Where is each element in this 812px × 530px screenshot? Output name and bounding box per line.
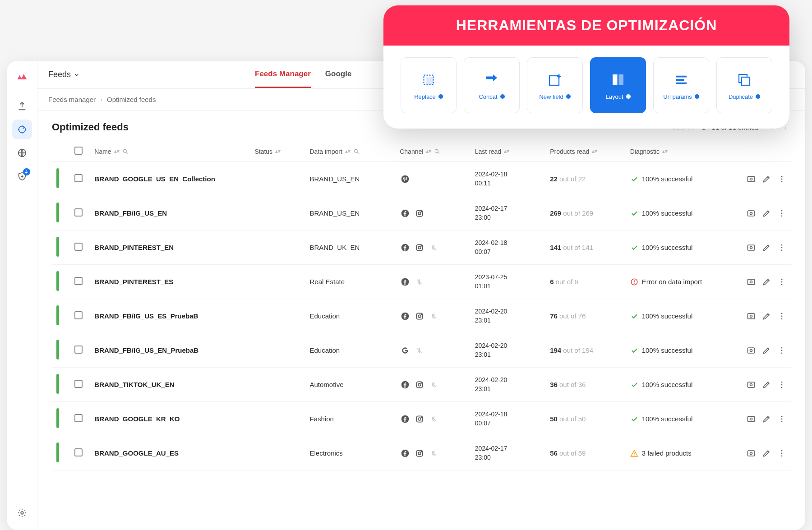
table-row: BRAND_PINTEREST_ENBRAND_UK_EN2024-02-180… bbox=[52, 230, 791, 265]
row-checkbox[interactable] bbox=[74, 277, 83, 285]
nav-upload[interactable] bbox=[12, 96, 32, 116]
success-icon bbox=[630, 312, 638, 320]
edit-icon[interactable] bbox=[762, 312, 771, 321]
chevron-right-icon: › bbox=[100, 96, 102, 103]
sort-icon[interactable]: ▴▾ bbox=[345, 150, 351, 152]
feeds-table: Name▴▾ Status▴▾ Data import▴▾ Channel▴▾ … bbox=[52, 141, 791, 470]
preview-icon[interactable] bbox=[747, 346, 756, 355]
row-actions bbox=[735, 415, 786, 424]
nav-globe[interactable] bbox=[12, 143, 32, 163]
table-row: BRAND_TIKTOK_UK_ENAutomotive2024-02-2023… bbox=[52, 368, 791, 402]
svg-rect-41 bbox=[748, 313, 755, 319]
row-checkbox[interactable] bbox=[74, 380, 83, 388]
svg-point-4 bbox=[354, 149, 357, 152]
diagnostic-value: 100% successful bbox=[630, 381, 726, 389]
preview-icon[interactable] bbox=[747, 415, 756, 424]
nav-target[interactable] bbox=[12, 120, 32, 139]
more-icon[interactable] bbox=[777, 277, 786, 286]
svg-point-68 bbox=[781, 421, 783, 422]
diagnostic-value: 3 failed products bbox=[630, 449, 726, 457]
row-checkbox[interactable] bbox=[74, 414, 83, 422]
sort-icon[interactable]: ▴▾ bbox=[426, 150, 431, 152]
row-checkbox[interactable] bbox=[74, 311, 83, 319]
success-icon bbox=[630, 346, 638, 355]
success-icon bbox=[630, 175, 638, 183]
edit-icon[interactable] bbox=[762, 346, 771, 355]
facebook-icon bbox=[400, 242, 411, 253]
instagram-icon bbox=[414, 379, 425, 390]
svg-point-17 bbox=[750, 212, 752, 214]
tool-concat[interactable]: Concat bbox=[464, 57, 520, 113]
row-actions bbox=[735, 380, 786, 389]
svg-point-40 bbox=[421, 314, 422, 315]
nav-shield[interactable]: 4 bbox=[12, 166, 32, 186]
preview-icon[interactable] bbox=[747, 312, 756, 321]
svg-point-54 bbox=[421, 383, 422, 383]
search-icon[interactable] bbox=[434, 148, 440, 155]
more-icon[interactable] bbox=[777, 346, 786, 355]
tool-urlparams[interactable]: Url params bbox=[653, 57, 709, 113]
svg-rect-7 bbox=[748, 176, 755, 182]
row-checkbox[interactable] bbox=[74, 174, 83, 182]
tool-layout[interactable]: Layout bbox=[590, 57, 646, 113]
row-checkbox[interactable] bbox=[74, 346, 83, 354]
tool-replace[interactable]: Replace bbox=[401, 57, 457, 113]
more-icon[interactable] bbox=[777, 209, 786, 218]
dot-icon bbox=[566, 94, 571, 99]
edit-icon[interactable] bbox=[762, 209, 771, 218]
channel-icons bbox=[400, 345, 466, 356]
preview-icon[interactable] bbox=[747, 380, 756, 389]
sort-icon[interactable]: ▴▾ bbox=[662, 150, 668, 152]
preview-icon[interactable] bbox=[747, 277, 756, 286]
svg-point-58 bbox=[781, 384, 783, 385]
edit-icon[interactable] bbox=[762, 449, 771, 458]
preview-icon[interactable] bbox=[747, 449, 756, 458]
select-all-checkbox[interactable] bbox=[74, 147, 83, 155]
more-icon[interactable] bbox=[777, 415, 786, 424]
edit-icon[interactable] bbox=[762, 277, 771, 286]
svg-point-23 bbox=[418, 246, 421, 249]
sort-icon[interactable]: ▴▾ bbox=[275, 150, 281, 152]
edit-icon[interactable] bbox=[762, 243, 771, 252]
svg-point-47 bbox=[750, 349, 752, 351]
row-checkbox[interactable] bbox=[74, 243, 83, 251]
edit-icon[interactable] bbox=[762, 380, 771, 389]
sort-icon[interactable]: ▴▾ bbox=[504, 150, 509, 152]
more-icon[interactable] bbox=[777, 380, 786, 389]
more-icon[interactable] bbox=[777, 243, 786, 252]
breadcrumb-item[interactable]: Feeds manager bbox=[48, 96, 96, 103]
row-checkbox[interactable] bbox=[74, 208, 83, 217]
edit-icon[interactable] bbox=[762, 415, 771, 424]
search-icon[interactable] bbox=[122, 148, 129, 155]
edit-icon[interactable] bbox=[762, 175, 771, 184]
preview-icon[interactable] bbox=[747, 175, 756, 184]
instagram-icon bbox=[414, 208, 425, 219]
svg-point-63 bbox=[421, 417, 422, 418]
muted-icon bbox=[429, 448, 439, 459]
products-read-value: 36 out of 36 bbox=[550, 381, 586, 388]
data-import-value: Automotive bbox=[309, 381, 343, 388]
more-icon[interactable] bbox=[777, 175, 786, 184]
section-dropdown[interactable]: Feeds bbox=[48, 70, 80, 79]
row-checkbox[interactable] bbox=[74, 448, 83, 456]
tab-feeds-manager[interactable]: Feeds Manager bbox=[255, 61, 311, 88]
tool-newfield[interactable]: New field bbox=[527, 57, 583, 113]
svg-point-28 bbox=[781, 247, 783, 248]
more-icon[interactable] bbox=[777, 449, 786, 458]
sort-icon[interactable]: ▴▾ bbox=[592, 150, 597, 152]
main: Feeds Feeds ManagerGoogle Feeds manager … bbox=[37, 61, 805, 530]
last-read-value: 2024-02-2023:01 bbox=[475, 307, 541, 325]
toolbox-body: ReplaceConcatNew fieldLayoutUrl paramsDu… bbox=[383, 46, 789, 129]
search-icon[interactable] bbox=[353, 148, 360, 155]
sort-icon[interactable]: ▴▾ bbox=[114, 150, 120, 152]
preview-icon[interactable] bbox=[747, 243, 756, 252]
app-frame: 4 Feeds Feeds ManagerGoogle Feeds manage… bbox=[7, 61, 805, 530]
row-actions bbox=[735, 346, 786, 355]
tool-duplicate[interactable]: Duplicate bbox=[716, 57, 772, 113]
svg-rect-25 bbox=[748, 245, 755, 250]
diagnostic-value: 100% successful bbox=[630, 415, 726, 423]
tab-google[interactable]: Google bbox=[325, 61, 352, 88]
more-icon[interactable] bbox=[777, 312, 786, 321]
preview-icon[interactable] bbox=[747, 209, 756, 218]
nav-settings[interactable] bbox=[12, 503, 32, 523]
